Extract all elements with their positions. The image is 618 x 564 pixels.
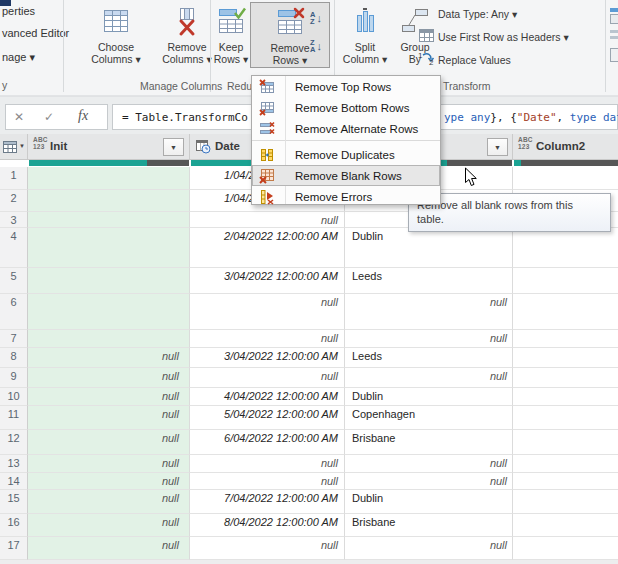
cell-date[interactable]: null	[190, 294, 345, 330]
row-number[interactable]: 5	[0, 268, 28, 294]
cell-date[interactable]: null	[190, 368, 345, 388]
cell-init[interactable]	[28, 228, 190, 268]
cell-date[interactable]: 6/04/2022 12:00:00 AM	[190, 430, 345, 455]
cell-init[interactable]: null	[28, 368, 190, 388]
cell-column2[interactable]	[513, 294, 618, 330]
cancel-formula-icon[interactable]: ✕	[14, 110, 24, 124]
cell-init[interactable]: null	[28, 348, 190, 368]
cell-city[interactable]: Dublin	[345, 228, 513, 268]
row-number[interactable]: 7	[0, 330, 28, 348]
cell-init[interactable]: null	[28, 537, 190, 560]
choose-columns-button[interactable]: Choose Columns ▾	[84, 2, 148, 68]
cell-city[interactable]: null	[345, 294, 513, 330]
row-number[interactable]: 4	[0, 228, 28, 268]
filter-button-init[interactable]: ▼	[163, 138, 184, 156]
cell-column2[interactable]	[513, 167, 618, 190]
cell-date[interactable]: 2/04/2022 12:00:00 AM	[190, 228, 345, 268]
row-number[interactable]: 10	[0, 388, 28, 406]
row-number[interactable]: 13	[0, 455, 28, 473]
cell-date[interactable]: null	[190, 212, 345, 228]
row-number[interactable]: 16	[0, 514, 28, 537]
cell-date[interactable]: 4/04/2022 12:00:00 AM	[190, 388, 345, 406]
cell-init[interactable]: null	[28, 455, 190, 473]
cell-date[interactable]: 3/04/2022 12:00:00 AM	[190, 348, 345, 368]
cropped-append-icon[interactable]	[610, 30, 618, 33]
use-first-row-button[interactable]: Use First Row as Headers ▾	[438, 31, 569, 43]
row-number[interactable]: 9	[0, 368, 28, 388]
row-number[interactable]: 3	[0, 212, 28, 228]
cell-column2[interactable]	[513, 348, 618, 368]
cell-city[interactable]: Leeds	[345, 268, 513, 294]
cell-init[interactable]	[28, 268, 190, 294]
row-number[interactable]: 14	[0, 473, 28, 490]
table-menu-button[interactable]: ▼	[0, 134, 28, 159]
cell-city[interactable]: null	[345, 455, 513, 473]
cell-date[interactable]: 5/04/2022 12:00:00 AM	[190, 406, 345, 430]
cell-init[interactable]: null	[28, 388, 190, 406]
cell-column2[interactable]	[513, 430, 618, 455]
row-number[interactable]: 2	[0, 190, 28, 212]
cell-city[interactable]: Dublin	[345, 388, 513, 406]
cell-city[interactable]: Brisbane	[345, 514, 513, 537]
cell-column2[interactable]	[513, 268, 618, 294]
properties-button[interactable]: perties	[2, 5, 35, 17]
menu-item-remove-top-rows[interactable]: Remove Top Rows	[252, 76, 440, 97]
menu-item-remove-bottom-rows[interactable]: Remove Bottom Rows	[252, 97, 440, 118]
cell-date[interactable]: null	[190, 330, 345, 348]
cell-city[interactable]: null	[345, 473, 513, 490]
cell-date[interactable]: 7/04/2022 12:00:00 AM	[190, 490, 345, 514]
row-number[interactable]: 12	[0, 430, 28, 455]
cell-init[interactable]	[28, 190, 190, 212]
advanced-editor-button[interactable]: vanced Editor	[2, 27, 69, 39]
data-type-button[interactable]: Data Type: Any ▾	[438, 8, 517, 20]
replace-values-button[interactable]: Replace Values	[438, 54, 511, 66]
cell-date[interactable]: 3/04/2022 12:00:00 AM	[190, 268, 345, 294]
cell-date[interactable]: null	[190, 455, 345, 473]
cell-date[interactable]: null	[190, 537, 345, 560]
filter-button-hidden[interactable]: ▼	[487, 138, 508, 156]
cell-init[interactable]: null	[28, 406, 190, 430]
cell-column2[interactable]	[513, 406, 618, 430]
menu-item-remove-blank-rows[interactable]: Remove Blank Rows	[252, 165, 440, 186]
cell-column2[interactable]	[513, 490, 618, 514]
row-number[interactable]: 8	[0, 348, 28, 368]
cell-column2[interactable]	[513, 330, 618, 348]
cell-column2[interactable]	[513, 455, 618, 473]
menu-item-remove-alternate-rows[interactable]: Remove Alternate Rows	[252, 118, 440, 139]
cell-column2[interactable]	[513, 537, 618, 560]
cell-city[interactable]: null	[345, 537, 513, 560]
column-header-column2[interactable]: ABC 123 Column2	[513, 134, 618, 159]
column-header-init[interactable]: ABC 123 Init ▼	[28, 134, 190, 159]
row-number[interactable]: 17	[0, 537, 28, 560]
menu-item-remove-errors[interactable]: Remove Errors	[252, 186, 440, 207]
menu-item-remove-duplicates[interactable]: Remove Duplicates	[252, 144, 440, 165]
cell-column2[interactable]	[513, 228, 618, 268]
row-number[interactable]: 6	[0, 294, 28, 330]
cell-init[interactable]	[28, 330, 190, 348]
cell-column2[interactable]	[513, 514, 618, 537]
cell-init[interactable]: null	[28, 473, 190, 490]
cell-city[interactable]: Dublin	[345, 490, 513, 514]
row-number[interactable]: 15	[0, 490, 28, 514]
cropped-combine-icon[interactable]	[610, 48, 618, 62]
cell-init[interactable]: null	[28, 490, 190, 514]
row-number[interactable]: 11	[0, 406, 28, 430]
cell-init[interactable]: null	[28, 514, 190, 537]
cell-column2[interactable]	[513, 368, 618, 388]
cell-column2[interactable]	[513, 473, 618, 490]
keep-rows-button[interactable]: Keep Rows ▾	[211, 2, 251, 68]
sort-descending-button[interactable]: ZA ↓	[302, 34, 330, 58]
cell-init[interactable]	[28, 294, 190, 330]
row-number[interactable]: 1	[0, 167, 28, 190]
cell-init[interactable]	[28, 212, 190, 228]
cell-city[interactable]: null	[345, 368, 513, 388]
cell-column2[interactable]	[513, 388, 618, 406]
cell-city[interactable]: null	[345, 330, 513, 348]
sort-ascending-button[interactable]: AZ ↓	[302, 6, 330, 30]
commit-formula-icon[interactable]: ✓	[44, 110, 54, 124]
manage-button[interactable]: nage ▾	[2, 51, 35, 64]
cell-date[interactable]: 8/04/2022 12:00:00 AM	[190, 514, 345, 537]
cell-init[interactable]	[28, 167, 190, 190]
split-column-button[interactable]: Split Column ▾	[338, 2, 392, 68]
cropped-merge-icon[interactable]	[610, 8, 618, 12]
